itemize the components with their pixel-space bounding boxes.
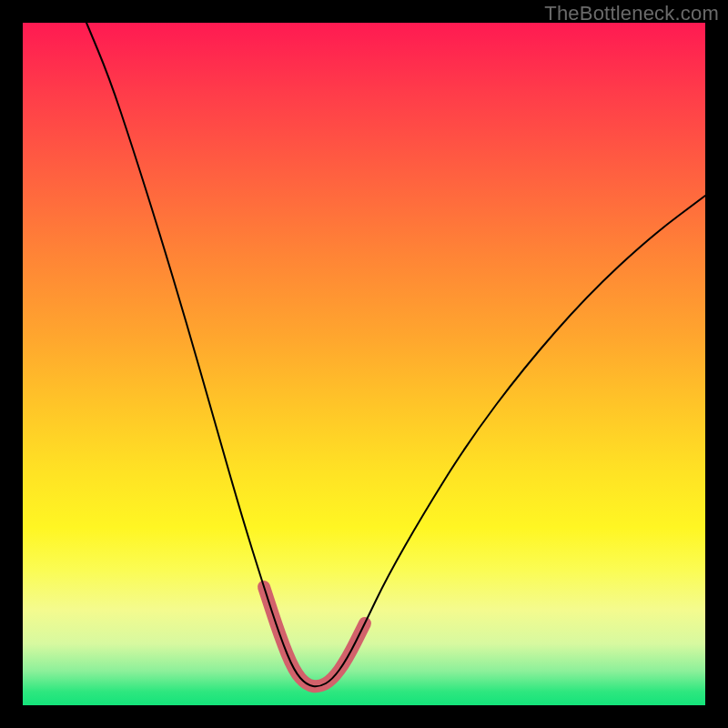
optimal-highlight-curve (264, 587, 365, 686)
bottleneck-curve (86, 23, 705, 686)
curve-layer (23, 23, 705, 705)
plot-area (23, 23, 705, 705)
chart-stage: TheBottleneck.com (0, 0, 728, 728)
